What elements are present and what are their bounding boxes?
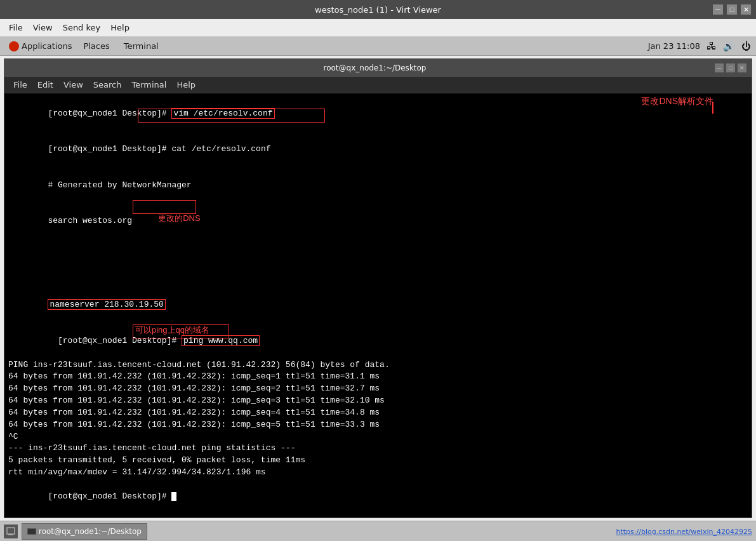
cat-cmd: cat /etc/resolv.conf [171, 144, 270, 154]
nameserver-line: nameserver 218.30.19.50 [48, 299, 165, 310]
terminal-window: root@qx_node1:~/Desktop ─ □ ✕ File Edit … [4, 58, 752, 518]
term-menu-file[interactable]: File [8, 79, 32, 91]
taskbar-window-icon [27, 528, 36, 535]
virt-menu-sendkey[interactable]: Send key [58, 22, 106, 34]
close-button[interactable]: ✕ [741, 4, 751, 15]
show-desktop-icon[interactable] [4, 524, 18, 538]
search-line: search westos.org [48, 216, 132, 225]
taskbar-terminal-button[interactable]: root@qx_node1:~/Desktop [22, 523, 147, 540]
terminal-menu-button[interactable]: Terminal [117, 40, 165, 52]
svg-rect-0 [7, 528, 15, 534]
title-bar: westos_node1 (1) - Virt Viewer ─ □ ✕ [0, 0, 756, 19]
ping-cmd: ping www.qq.com [182, 335, 260, 346]
terminal-line-3: # Generated by NetworkManager [8, 168, 748, 204]
prompt-1: [root@qx_node1 Desktop]# [48, 109, 171, 118]
generated-comment: # Generated by NetworkManager [48, 180, 191, 190]
terminal-maximize-button[interactable]: □ [726, 63, 735, 72]
virt-menu-bar: File View Send key Help [0, 19, 756, 37]
annotation-dns-changed: 更改的DNS [135, 201, 201, 237]
taskbar-left: root@qx_node1:~/Desktop [4, 523, 147, 540]
terminal-line-2: [root@qx_node1 Desktop]# cat /etc/resolv… [8, 132, 748, 168]
applications-menu-button[interactable]: Applications [5, 40, 76, 53]
terminal-title: root@qx_node1:~/Desktop [35, 63, 715, 72]
terminal-line-17: [root@qx_node1 Desktop]# [8, 479, 748, 515]
redhat-icon [9, 41, 19, 51]
terminal-title-bar: root@qx_node1:~/Desktop ─ □ ✕ [4, 59, 752, 77]
gnome-panel-left: Applications Places Terminal [5, 40, 165, 53]
gnome-panel: Applications Places Terminal Jan 23 11:0… [0, 37, 756, 56]
minimize-button[interactable]: ─ [713, 4, 723, 15]
prompt-2: [root@qx_node1 Desktop]# [48, 144, 171, 154]
maximize-button[interactable]: □ [727, 4, 737, 15]
volume-icon: 🔊 [723, 41, 735, 52]
terminal-line-12: 64 bytes from 101.91.42.232 (101.91.42.2… [8, 419, 748, 431]
desktop-icon-svg [6, 527, 15, 536]
power-icon: ⏻ [741, 41, 751, 52]
term-menu-view[interactable]: View [58, 79, 88, 91]
terminal-line-15: 5 packets transmitted, 5 received, 0% pa… [8, 455, 748, 467]
window-title: westos_node1 (1) - Virt Viewer [43, 5, 713, 15]
cursor [171, 492, 176, 501]
terminal-title-controls: ─ □ ✕ [715, 63, 746, 72]
clock: Jan 23 11:08 [648, 41, 700, 51]
terminal-line-9: 64 bytes from 101.91.42.232 (101.91.42.2… [8, 383, 748, 395]
terminal-close-button[interactable]: ✕ [738, 63, 746, 72]
svg-rect-1 [8, 534, 13, 535]
terminal-line-10: 64 bytes from 101.91.42.232 (101.91.42.2… [8, 395, 748, 407]
bottom-taskbar: root@qx_node1:~/Desktop https://blog.csd… [0, 521, 756, 541]
terminal-line-5: nameserver 218.30.19.50 [8, 288, 748, 324]
terminal-line-6: [root@qx_node1 Desktop]# ping www.qq.com [8, 323, 748, 359]
terminal-line-14: --- ins-r23tsuuf.ias.tencent-cloud.net p… [8, 443, 748, 455]
prompt-6: [root@qx_node1 Desktop]# [58, 336, 182, 345]
term-menu-help[interactable]: Help [171, 79, 201, 91]
terminal-content[interactable]: 更改DNS解析文件 [root@qx_node1 Desktop]# vim /… [4, 93, 752, 518]
term-menu-terminal[interactable]: Terminal [126, 79, 171, 91]
terminal-line-11: 64 bytes from 101.91.42.232 (101.91.42.2… [8, 407, 748, 419]
window-controls: ─ □ ✕ [713, 4, 751, 15]
places-menu-button[interactable]: Places [77, 40, 116, 52]
virt-menu-file[interactable]: File [4, 22, 28, 34]
vim-cmd: vim /etc/resolv.conf [171, 108, 274, 119]
terminal-line-1: [root@qx_node1 Desktop]# vim /etc/resolv… [8, 96, 748, 132]
terminal-line-4: search westos.org 更改的DNS [8, 204, 748, 288]
term-menu-search[interactable]: Search [88, 79, 127, 91]
taskbar-terminal-label: root@qx_node1:~/Desktop [39, 527, 142, 536]
terminal-line-7: PING ins-r23tsuuf.ias.tencent-cloud.net … [8, 359, 748, 371]
gnome-panel-right: Jan 23 11:08 🖧 🔊 ⏻ [648, 40, 751, 52]
network-icon: 🖧 [706, 40, 717, 52]
term-menu-edit[interactable]: Edit [32, 79, 58, 91]
terminal-line-8: 64 bytes from 101.91.42.232 (101.91.42.2… [8, 371, 748, 383]
virt-menu-help[interactable]: Help [105, 22, 135, 34]
prompt-17: [root@qx_node1 Desktop]# [48, 491, 171, 501]
terminal-line-13: ^C [8, 431, 748, 443]
bottom-link[interactable]: https://blog.csdn.net/weixin_42042925 [616, 528, 752, 536]
virt-viewer-window: westos_node1 (1) - Virt Viewer ─ □ ✕ Fil… [0, 0, 756, 541]
terminal-minimize-button[interactable]: ─ [715, 63, 724, 72]
virt-menu-view[interactable]: View [28, 22, 58, 34]
terminal-line-16: rtt min/avg/max/mdev = 31.147/32.994/34.… [8, 467, 748, 479]
terminal-menu-bar: File Edit View Search Terminal Help [4, 77, 752, 93]
applications-label: Applications [22, 41, 72, 51]
